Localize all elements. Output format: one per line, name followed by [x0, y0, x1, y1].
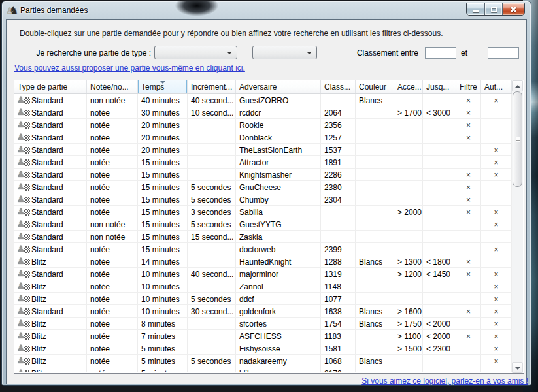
game-row-doctorweb[interactable]: ♟Standardnotée15 minutesdoctorweb2399×	[14, 243, 512, 255]
chess-game-icon: ♟	[17, 319, 31, 329]
column-header-temps[interactable]: Temps	[138, 80, 188, 93]
cell-jusqua	[423, 156, 456, 168]
cell-couleur	[356, 367, 394, 372]
cell-accepte	[394, 131, 423, 143]
vertical-scrollbar[interactable]	[512, 80, 523, 373]
chevron-down-icon	[227, 52, 232, 54]
cell-type: ♟Standard	[14, 305, 87, 317]
cell-accepte	[394, 181, 423, 193]
cell-increment: 5 secondes	[188, 293, 236, 304]
column-header-increment[interactable]: Incrément...	[188, 80, 236, 93]
cell-increment: 5 secondes	[188, 218, 236, 230]
cell-classement	[321, 218, 356, 230]
cell-jusqua: < 3000	[423, 106, 456, 118]
column-header-filtre[interactable]: Filtre	[456, 80, 481, 93]
propose-game-link[interactable]: Vous pouvez aussi proposer une partie vo…	[14, 63, 245, 73]
app-chess-icon: ♙♞	[7, 5, 18, 16]
cell-couleur	[356, 131, 394, 143]
cell-notee: notée	[87, 243, 138, 255]
rating-max-input[interactable]	[488, 47, 519, 59]
cell-notee: notée	[87, 305, 138, 317]
game-row-ddcf[interactable]: ♟Blitznotée10 minutes5 secondesddcf1077×	[14, 293, 512, 305]
game-row-sfcortes[interactable]: ♟Blitznotée8 minutessfcortes1754Blancs> …	[14, 318, 512, 330]
chess-game-icon: ♟	[17, 145, 31, 155]
scrollbar-thumb[interactable]	[513, 91, 522, 187]
maximize-button[interactable]	[485, 3, 503, 15]
cell-classement: 1068	[321, 355, 356, 367]
cell-temps: 20 minutes	[138, 144, 188, 155]
cell-couleur: Blancs	[356, 355, 394, 367]
cell-temps: 5 minutes	[138, 355, 188, 367]
column-header-jusqua[interactable]: Jusq...	[423, 80, 456, 93]
game-row-Sabilla[interactable]: ♟Standardnotée15 minutes3 secondesSabill…	[14, 206, 512, 218]
game-row-Fishysoisse[interactable]: ♟Blitznotée5 minutesFishysoisse1581> 150…	[14, 342, 512, 355]
cell-notee: non notée	[87, 218, 138, 230]
close-button[interactable]	[503, 3, 524, 15]
column-header-adversaire[interactable]: Adversaire	[236, 80, 321, 93]
cell-notee: notée	[87, 144, 138, 155]
cell-increment	[188, 243, 236, 255]
column-header-classement[interactable]: Class...	[321, 80, 356, 93]
column-header-aut[interactable]: Aut...	[481, 80, 512, 93]
cell-temps: 40 minutes	[138, 94, 188, 106]
game-row-Rookie[interactable]: ♟Standardnotée20 minutesRookie2356×	[14, 119, 512, 131]
table-rows: ♟Standardnon notée40 minutes40 second...…	[14, 94, 512, 372]
cell-notee: notée	[87, 106, 138, 118]
cell-filtre	[456, 342, 481, 354]
cell-aut: ×	[481, 293, 512, 304]
game-row-nadakareemy[interactable]: ♟Blitznotée5 minutes5 secondesnadakareem…	[14, 355, 512, 367]
game-row-Donblack[interactable]: ♟Standardnotée20 minutesDonblack1257×	[14, 131, 512, 144]
column-header-notee[interactable]: Notée/no...	[87, 80, 138, 93]
arrow-down-icon	[515, 367, 520, 370]
game-row-GuestYYTG[interactable]: ♟Standardnon notée15 minutes5 secondesGu…	[14, 218, 512, 231]
cell-type: ♟Blitz	[14, 330, 87, 342]
cell-jusqua: < 1450	[423, 268, 456, 280]
game-row-Zaskia[interactable]: ♟Standardnon notée15 minutes15 second...…	[14, 231, 512, 243]
tell-friends-link[interactable]: Si vous aimez ce logiciel, parlez-en à v…	[361, 376, 528, 385]
cell-couleur	[356, 231, 394, 242]
game-row-Knightsmasher[interactable]: ♟Standardnotée15 minutesKnightsmasher228…	[14, 169, 512, 181]
chess-game-icon: ♟	[17, 195, 31, 204]
cell-aut: ×	[481, 169, 512, 180]
game-row-HauntedKnight[interactable]: ♟Blitznotée14 minutesHauntedKnight1288Bl…	[14, 255, 512, 268]
cell-jusqua: < 1800	[423, 255, 456, 267]
game-row-Zannol[interactable]: ♟Blitznotée10 minutesZannol1148×	[14, 280, 512, 293]
cell-temps: 14 minutes	[138, 255, 188, 267]
scroll-up-button[interactable]	[512, 80, 523, 91]
cell-classement: 2286	[321, 169, 356, 180]
game-row-TheLastSionEarth[interactable]: ♟Standardnotée20 minutesTheLastSionEarth…	[14, 144, 512, 156]
game-type-combobox[interactable]	[154, 46, 237, 59]
scrollbar-grip-icon	[516, 137, 520, 142]
cell-temps: 10 minutes	[138, 280, 188, 292]
dialog-body: Double-cliquez sur une partie demandée p…	[6, 19, 527, 384]
game-row-GuestZORRO[interactable]: ♟Standardnon notée40 minutes40 second...…	[14, 94, 512, 106]
cell-accepte: > 1700	[394, 106, 423, 118]
table-header: Type de partieNotée/no...TempsIncrément.…	[14, 80, 512, 94]
cell-jusqua	[423, 119, 456, 131]
cell-aut: ×	[481, 94, 512, 106]
scroll-down-button[interactable]	[512, 362, 523, 373]
game-row-majorminor[interactable]: ♟Standardnotée10 minutes40 second...majo…	[14, 268, 512, 280]
chess-game-icon: ♟	[17, 306, 31, 316]
game-row-Chumby[interactable]: ♟Standardnotée15 minutes5 secondesChumby…	[14, 193, 512, 206]
cell-aut	[481, 255, 512, 267]
cell-increment	[188, 255, 236, 267]
chess-game-icon: ♟	[17, 294, 31, 304]
minimize-button[interactable]	[467, 3, 485, 15]
column-header-type[interactable]: Type de partie	[14, 80, 87, 93]
cell-jusqua	[423, 94, 456, 106]
cell-classement: 2304	[321, 193, 356, 205]
game-row-goldenfork[interactable]: ♟Standardnotée10 minutes30 second...gold…	[14, 305, 512, 318]
column-header-accepte[interactable]: Acce...	[394, 80, 423, 93]
game-row-ASFCHESS[interactable]: ♟Blitznotée7 minutesASFCHESS1183> 1100< …	[14, 330, 512, 342]
column-header-couleur[interactable]: Couleur	[356, 80, 394, 93]
cell-accepte: > 1600	[394, 305, 423, 317]
titlebar[interactable]: ♙♞ Parties demandées	[2, 1, 531, 20]
cell-couleur	[356, 206, 394, 218]
game-row-GnuCheese[interactable]: ♟Standardnotée15 minutes5 secondesGnuChe…	[14, 181, 512, 193]
cell-increment	[188, 131, 236, 143]
cell-filtre	[456, 218, 481, 230]
game-row-blik[interactable]: ♟Blitznotée5 minutesblik2170×	[14, 367, 512, 372]
game-row-Attractor[interactable]: ♟Standardnotée15 minutesAttractor1891×	[14, 156, 512, 169]
game-row-rcddcr[interactable]: ♟Standardnotée30 minutes10 second...rcdd…	[14, 106, 512, 119]
